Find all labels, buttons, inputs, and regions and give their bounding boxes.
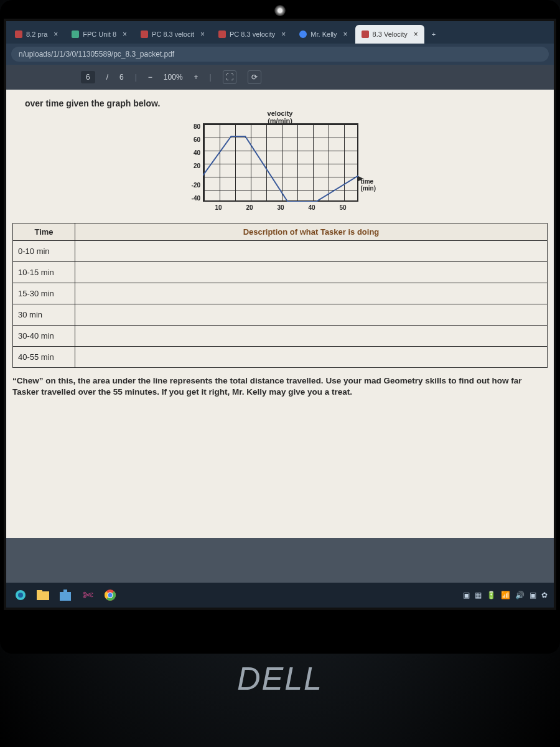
tab-label: PC 8.3 velocit: [152, 31, 194, 38]
svg-rect-3: [37, 590, 42, 593]
table-row: 40-55 min: [13, 347, 548, 368]
table-row: 30-40 min: [13, 326, 548, 347]
pdf-toolbar: 6 / 6 | − 100% + | ⛶ ⟳: [6, 65, 554, 90]
tray-icon[interactable]: ▣: [530, 591, 536, 599]
zoom-out-button[interactable]: −: [148, 73, 152, 82]
tab-1[interactable]: FPC Unit 8 ×: [65, 25, 133, 44]
tab-3[interactable]: PC 8.3 velocity ×: [212, 25, 292, 44]
tray-icon[interactable]: ▦: [475, 591, 482, 599]
screen: 8.2 pra × FPC Unit 8 × PC 8.3 velocit × …: [4, 19, 556, 610]
close-icon[interactable]: ×: [343, 30, 348, 39]
y-axis-label: velocity (m/min): [268, 110, 293, 125]
tray-icon[interactable]: ✿: [541, 591, 548, 599]
tab-4[interactable]: Mr. Kelly ×: [293, 25, 353, 44]
store-icon[interactable]: [57, 587, 73, 603]
zoom-level[interactable]: 100%: [164, 73, 183, 82]
edge-icon[interactable]: [12, 587, 29, 603]
table-row: 0-10 min: [13, 241, 548, 262]
tab-label: PC 8.3 velocity: [230, 31, 275, 38]
taskbar: ✄ ▣ ▦ 🔋 📶 🔊 ▣ ✿: [6, 583, 554, 608]
close-icon[interactable]: ×: [200, 30, 205, 39]
table-row: 30 min: [13, 304, 548, 326]
tab-label: 8.2 pra: [26, 31, 47, 38]
y-ticks: 80 60 40 20 -20 -40: [188, 123, 200, 202]
chew-paragraph: “Chew” on this, the area under the line …: [12, 375, 548, 398]
battery-icon[interactable]: 🔋: [487, 591, 496, 599]
tab-2[interactable]: PC 8.3 velocit ×: [134, 25, 211, 44]
table-row: 10-15 min: [13, 262, 548, 283]
svg-rect-5: [63, 590, 67, 592]
url-field[interactable]: n/uploads/1/1/3/0/11305589/pc_8.3_packet…: [11, 47, 549, 62]
x-axis-label: time (min): [361, 178, 376, 192]
laptop-frame: 8.2 pra × FPC Unit 8 × PC 8.3 velocit × …: [0, 0, 560, 654]
address-bar: n/uploads/1/1/3/0/11305589/pc_8.3_packet…: [6, 44, 554, 65]
webcam: [274, 5, 286, 16]
divider: |: [135, 73, 137, 82]
svg-rect-2: [37, 591, 49, 600]
chrome-icon[interactable]: [102, 587, 118, 603]
volume-icon[interactable]: 🔊: [515, 591, 525, 599]
table-row: 15-30 min: [13, 283, 548, 304]
col-description: Description of what Tasker is doing: [75, 223, 548, 241]
pdf-viewer: 6 / 6 | − 100% + | ⛶ ⟳ over time given t…: [6, 65, 554, 583]
close-icon[interactable]: ×: [54, 30, 58, 39]
svg-rect-4: [60, 592, 71, 601]
dell-logo: DELL: [0, 660, 560, 697]
section-title: over time given the graph below.: [12, 98, 548, 108]
tab-5-active[interactable]: 8.3 Velocity ×: [355, 25, 424, 44]
chart-series-line: [203, 123, 358, 202]
svg-point-10: [108, 593, 113, 598]
col-time: Time: [13, 223, 75, 241]
tab-label: FPC Unit 8: [83, 31, 116, 38]
divider: |: [210, 73, 212, 82]
rotate-icon[interactable]: ⟳: [248, 70, 261, 84]
page-total: 6: [119, 73, 124, 82]
wifi-icon[interactable]: 📶: [501, 591, 510, 599]
page-sep: /: [106, 73, 108, 82]
page-current[interactable]: 6: [81, 71, 95, 83]
tab-label: Mr. Kelly: [310, 31, 337, 38]
close-icon[interactable]: ×: [281, 30, 286, 39]
zoom-in-button[interactable]: +: [194, 73, 198, 82]
system-tray: ▣ ▦ 🔋 📶 🔊 ▣ ✿: [463, 591, 548, 599]
x-ticks: 10 20 30 40 50: [203, 204, 358, 211]
browser-tab-strip: 8.2 pra × FPC Unit 8 × PC 8.3 velocit × …: [6, 21, 554, 44]
velocity-chart: velocity (m/min) 80 60 40 20 -20 -40: [174, 112, 386, 218]
close-icon[interactable]: ×: [123, 30, 127, 39]
tab-0[interactable]: 8.2 pra ×: [9, 25, 64, 44]
tasker-table: Time Description of what Tasker is doing…: [12, 223, 548, 368]
new-tab-button[interactable]: +: [426, 25, 442, 44]
url-text: n/uploads/1/1/3/0/11305589/pc_8.3_packet…: [19, 50, 174, 59]
file-explorer-icon[interactable]: [35, 587, 51, 603]
close-icon[interactable]: ×: [414, 30, 418, 39]
tray-icon[interactable]: ▣: [463, 591, 470, 599]
fit-page-icon[interactable]: ⛶: [223, 70, 236, 84]
pdf-page: over time given the graph below. velocit…: [6, 90, 554, 538]
svg-point-1: [18, 593, 23, 598]
tab-label: 8.3 Velocity: [373, 31, 408, 38]
snip-icon[interactable]: ✄: [80, 587, 96, 603]
